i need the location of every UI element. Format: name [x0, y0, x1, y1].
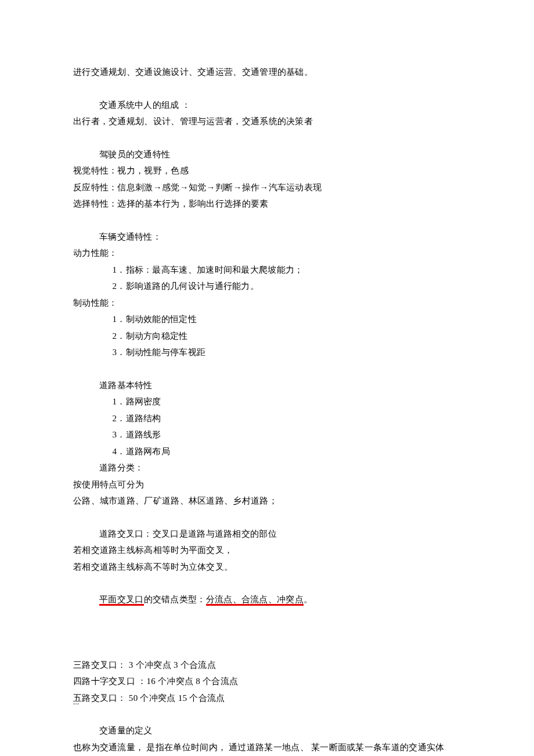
text-line: 驾驶员的交通特性	[73, 146, 461, 163]
highlighted-line: 平面交叉口的交错点类型：分流点、合流点、冲突点。	[73, 591, 461, 608]
blank-line	[73, 509, 461, 526]
text-line: 选择特性：选择的基本行为，影响出行选择的要素	[73, 196, 461, 212]
text-line: 进行交通规划、交通设施设计、交通运营、交通管理的基础。	[73, 64, 461, 81]
text-line: 也称为交通流量， 是指在单位时间内， 通过道路某一地点、 某一断面或某一条车道的…	[73, 739, 461, 757]
blank-line	[73, 624, 461, 641]
text-line: 按使用特点可分为	[73, 476, 461, 493]
blank-line	[73, 361, 461, 377]
blank-line	[73, 641, 461, 657]
text-line: 1．指标：最高车速、加速时间和最大爬坡能力；	[73, 262, 461, 278]
text-line: 反应特性：信息刺激→感觉→知觉→判断→操作→汽车运动表现	[73, 179, 461, 196]
text-line: 五路交叉口： 50 个冲突点 15 个合流点	[73, 690, 461, 707]
text-line: 道路基本特性	[73, 377, 461, 394]
blank-line	[73, 575, 461, 591]
text-line: 视觉特性：视力，视野，色感	[73, 162, 461, 179]
text-line: 若相交道路主线标高相等时为平面交叉，	[73, 542, 461, 559]
text-line: 1．路网密度	[73, 393, 461, 410]
text-line: 交通系统中人的组成 ：	[73, 97, 461, 114]
text-line: 若相交道路主线标高不等时为立体交叉。	[73, 559, 461, 576]
blank-line	[73, 81, 461, 97]
text-line: 四路十字交叉口 ：16 个冲突点 8 个合流点	[73, 673, 461, 690]
text-line: 车辆交通特性：	[73, 229, 461, 245]
text-line: 道路交叉口：交叉口是道路与道路相交的部位	[73, 526, 461, 542]
text-line: 出行者，交通规划、设计、管理与运营者，交通系统的决策者	[73, 113, 461, 130]
text-segment: 。	[304, 595, 312, 604]
text-line: 3．制动性能与停车视距	[73, 344, 461, 361]
underlined-text: 分流点、合流点、冲突点	[206, 595, 304, 606]
blank-line	[73, 706, 461, 722]
blank-line	[73, 212, 461, 229]
underlined-text: 平面交叉口	[99, 595, 144, 606]
blank-line	[73, 130, 461, 146]
text-line: 2．制动方向稳定性	[73, 328, 461, 345]
text-line: 动力性能：	[73, 245, 461, 262]
text-line: 3．道路线形	[73, 426, 461, 443]
text-line: 2．影响道路的几何设计与通行能力。	[73, 278, 461, 295]
text-line: 1．制动效能的恒定性	[73, 311, 461, 328]
text-line: 公路、城市道路、厂矿道路、林区道路、乡村道路；	[73, 493, 461, 509]
text-line: 道路分类：	[73, 460, 461, 476]
blank-line	[73, 608, 461, 624]
text-line: 2．道路结构	[73, 410, 461, 427]
text-segment: 的交错点类型：	[144, 595, 206, 604]
text-line: 4．道路网布局	[73, 443, 461, 460]
footer-text: ...	[73, 695, 80, 710]
text-line: 三路交叉口： 3 个冲突点 3 个合流点	[73, 657, 461, 674]
text-line: 制动性能：	[73, 295, 461, 312]
text-line: 交通量的定义	[73, 722, 461, 739]
